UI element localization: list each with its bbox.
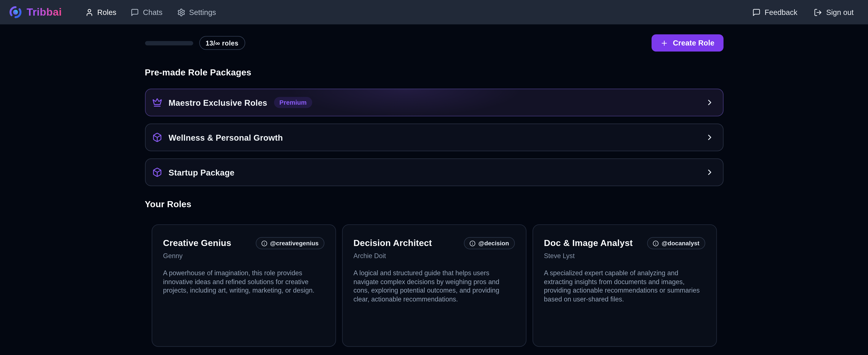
role-subtitle: Steve Lyst: [544, 252, 705, 260]
package-title: Wellness & Personal Growth: [168, 132, 283, 142]
package-title: Maestro Exclusive Roles: [168, 98, 267, 107]
app-root: Tribbai Roles: [0, 0, 868, 355]
your-roles-heading: Your Roles: [145, 199, 723, 209]
roles-count-badge: 13/∞ roles: [199, 36, 245, 50]
crown-icon: [152, 97, 162, 108]
role-title: Decision Architect: [353, 238, 432, 248]
sign-out-button[interactable]: Sign out: [814, 8, 854, 16]
plus-icon: [661, 39, 669, 47]
top-navbar: Tribbai Roles: [0, 0, 868, 24]
role-handle: @decision: [478, 240, 509, 247]
nav-item-label: Settings: [189, 8, 216, 16]
role-card-header: Creative Genius @creativegenius: [163, 237, 324, 249]
chevron-right-icon: [705, 168, 714, 177]
feedback-bubble-icon: [752, 8, 761, 16]
nav-item-label: Roles: [97, 8, 116, 16]
chat-bubble-icon: [131, 8, 139, 16]
roles-grid: Creative Genius @creativegenius Genny A …: [151, 224, 717, 355]
role-handle: @docanalyst: [661, 240, 699, 247]
navbar-right: Feedback Sign out: [752, 8, 854, 16]
role-subtitle: Archie Doit: [353, 252, 515, 260]
role-description: A powerhouse of imagination, this role p…: [163, 269, 324, 295]
role-title: Creative Genius: [163, 238, 231, 248]
info-icon: [469, 240, 475, 246]
package-icon: [152, 132, 162, 142]
create-role-button[interactable]: Create Role: [652, 34, 723, 51]
role-subtitle: Genny: [163, 252, 324, 260]
primary-nav: Roles Chats: [85, 8, 216, 16]
user-icon: [85, 8, 93, 16]
main-content: 13/∞ roles Create Role Pre-made Role Pac…: [0, 34, 868, 355]
role-description: A specialized expert capable of analyzin…: [544, 269, 705, 304]
role-card-doc-image-analyst[interactable]: Doc & Image Analyst @docanalyst Steve Ly…: [532, 224, 717, 347]
feedback-label: Feedback: [765, 8, 797, 16]
chevron-right-icon: [705, 98, 714, 107]
roles-progress-bar: [145, 41, 193, 45]
premade-packages-heading: Pre-made Role Packages: [145, 68, 723, 78]
brand-name: Tribbai: [27, 6, 62, 18]
role-title: Doc & Image Analyst: [544, 238, 632, 248]
role-handle: @creativegenius: [270, 240, 318, 247]
package-list: Maestro Exclusive Roles Premium: [145, 89, 723, 186]
chevron-right-icon: [705, 133, 714, 142]
info-icon: [261, 240, 267, 246]
tribbai-logo-icon: [9, 6, 22, 19]
role-handle-badge[interactable]: @decision: [464, 237, 515, 249]
role-card-header: Doc & Image Analyst @docanalyst: [544, 237, 705, 249]
brand-logo-link[interactable]: Tribbai: [9, 6, 62, 19]
feedback-button[interactable]: Feedback: [752, 8, 797, 16]
info-icon: [653, 240, 659, 246]
nav-item-chats[interactable]: Chats: [131, 8, 162, 16]
package-title: Startup Package: [168, 168, 234, 177]
roles-toolbar: 13/∞ roles Create Role: [145, 34, 723, 51]
navbar-left: Tribbai Roles: [9, 6, 216, 19]
nav-item-settings[interactable]: Settings: [177, 8, 216, 16]
sign-out-label: Sign out: [826, 8, 854, 16]
nav-item-roles[interactable]: Roles: [85, 8, 116, 16]
role-card-creative-genius[interactable]: Creative Genius @creativegenius Genny A …: [151, 224, 336, 347]
nav-item-label: Chats: [143, 8, 162, 16]
package-row-maestro[interactable]: Maestro Exclusive Roles Premium: [145, 89, 723, 116]
package-row-startup[interactable]: Startup Package: [145, 158, 723, 186]
role-description: A logical and structured guide that help…: [353, 269, 515, 304]
package-icon: [152, 167, 162, 177]
create-role-label: Create Role: [673, 39, 714, 47]
premium-badge: Premium: [274, 97, 312, 108]
package-row-wellness[interactable]: Wellness & Personal Growth: [145, 123, 723, 151]
role-handle-badge[interactable]: @docanalyst: [647, 237, 705, 249]
gear-icon: [177, 8, 185, 16]
logout-icon: [814, 8, 822, 16]
roles-usage: 13/∞ roles: [145, 36, 245, 50]
role-handle-badge[interactable]: @creativegenius: [255, 237, 324, 249]
role-card-header: Decision Architect @decision: [353, 237, 515, 249]
role-card-decision-architect[interactable]: Decision Architect @decision Archie Doit…: [342, 224, 526, 347]
